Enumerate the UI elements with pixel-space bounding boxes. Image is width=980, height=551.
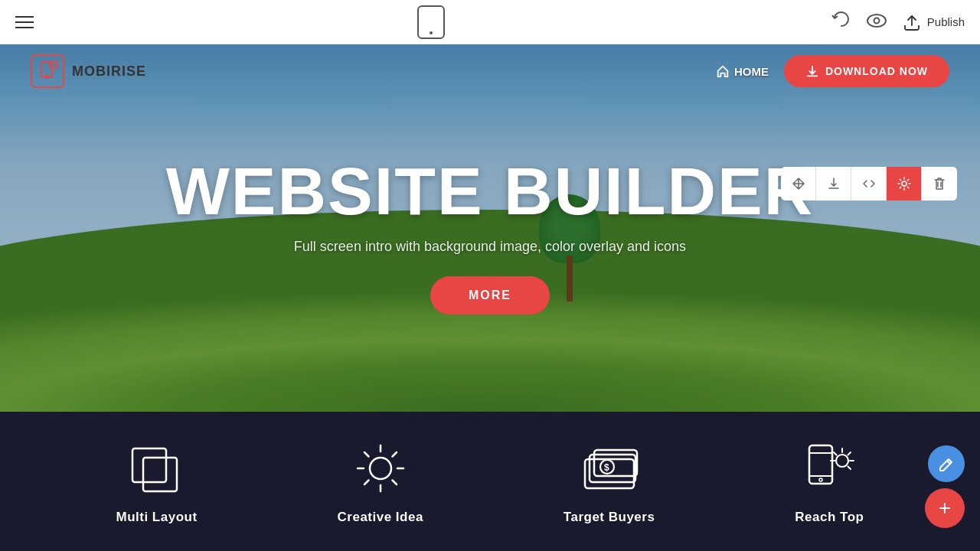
block-move-button[interactable] [781, 167, 816, 201]
hero-title: WEBSITE BUILDER [166, 158, 814, 225]
block-code-button[interactable] [851, 167, 887, 201]
block-toolbar [781, 167, 957, 201]
preview-button[interactable] [866, 12, 887, 32]
hero-section: MOBIRISE HOME DOWNLOAD NOW [0, 44, 980, 412]
svg-point-8 [902, 181, 906, 186]
feature-target-buyers-label: Target Buyers [564, 510, 655, 525]
logo-icon [31, 54, 64, 88]
hero-nav: MOBIRISE HOME DOWNLOAD NOW [0, 44, 980, 98]
fab-add-button[interactable]: + [925, 488, 965, 528]
svg-rect-10 [143, 458, 177, 491]
feature-target-buyers: $ Target Buyers [564, 438, 655, 525]
top-bar-right: Publish [829, 10, 965, 34]
block-delete-button[interactable] [922, 167, 957, 201]
more-button[interactable]: MORE [430, 276, 550, 315]
hero-subtitle: Full screen intro with background image,… [166, 239, 814, 255]
page-content: MOBIRISE HOME DOWNLOAD NOW [0, 44, 980, 551]
feature-creative-idea-label: Creative Idea [338, 510, 423, 525]
fab-edit-button[interactable] [928, 445, 965, 482]
svg-point-11 [370, 458, 391, 479]
svg-point-29 [836, 455, 848, 467]
layout-icon [126, 438, 188, 499]
block-download-button[interactable] [816, 167, 851, 201]
svg-point-1 [874, 18, 879, 23]
undo-button[interactable] [829, 10, 851, 34]
features-section: Multi Layout Creative Ide [0, 412, 980, 551]
feature-multi-layout: Multi Layout [116, 438, 197, 525]
hero-content: WEBSITE BUILDER Full screen intro with b… [166, 158, 814, 315]
phone-dot [430, 31, 433, 34]
top-bar: Publish [0, 0, 980, 44]
svg-point-3 [46, 75, 48, 77]
svg-text:$: $ [604, 462, 609, 473]
publish-button[interactable]: Publish [903, 14, 965, 31]
mobile-preview-button[interactable] [417, 5, 445, 39]
publish-label: Publish [927, 15, 965, 28]
svg-line-17 [392, 481, 397, 485]
svg-rect-9 [132, 448, 166, 482]
svg-line-34 [834, 452, 837, 455]
feature-reach-top: Reach Top [795, 438, 864, 525]
svg-line-31 [848, 452, 851, 455]
feature-multi-layout-label: Multi Layout [116, 510, 197, 525]
svg-line-16 [364, 452, 369, 457]
nav-right: HOME DOWNLOAD NOW [716, 55, 949, 87]
download-now-button[interactable]: DOWNLOAD NOW [784, 55, 949, 87]
logo-text: MOBIRISE [72, 64, 146, 80]
svg-line-18 [392, 452, 397, 457]
feature-reach-top-label: Reach Top [795, 510, 864, 525]
nav-home-link[interactable]: HOME [716, 64, 769, 78]
block-settings-button[interactable] [887, 167, 922, 201]
fab-add-icon: + [939, 496, 951, 520]
top-bar-left [15, 16, 34, 28]
svg-line-33 [848, 467, 851, 470]
logo: MOBIRISE [31, 54, 146, 88]
svg-point-0 [867, 15, 886, 27]
reach-top-icon [799, 438, 860, 499]
feature-creative-idea: Creative Idea [338, 438, 423, 525]
svg-point-28 [819, 478, 822, 481]
buyers-icon: $ [579, 438, 640, 499]
hamburger-menu[interactable] [15, 16, 34, 28]
top-bar-center [417, 5, 445, 39]
svg-line-19 [364, 481, 369, 485]
idea-icon [350, 438, 411, 499]
